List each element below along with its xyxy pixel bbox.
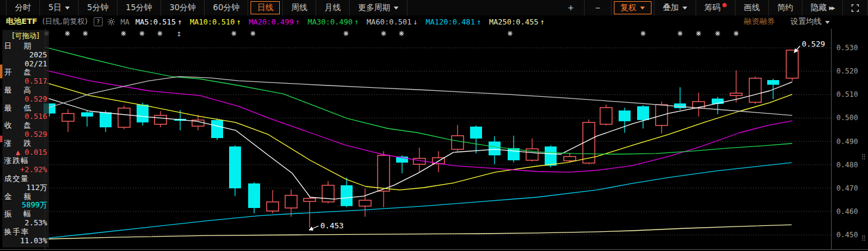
info-row-value: 0.529 [4,95,47,104]
event-updown-arrow-icon: ↕ [176,30,181,38]
period-tab-label: 更多周期 [358,2,390,13]
event-asterisk-icon [381,31,386,36]
adjust-mode-button[interactable]: 复权 [611,0,654,16]
trading-app-window: { "toolbar": { "periods": [ {"label":"分时… [0,0,868,251]
price-axis-label: 0.480 [836,161,858,169]
annotation-arrow [309,226,319,230]
draw-line-button[interactable]: 画线 [736,0,769,16]
event-asterisk-icon [641,31,645,36]
period-tab-label: 15分钟 [126,2,152,13]
tool-label: 筹码 [705,2,721,13]
zoom-out-button[interactable]: － [585,0,611,16]
period-tab-2[interactable]: 5分钟 [79,0,118,16]
info-row-label: 成交量 [4,175,47,183]
period-tab-label: 日线 [257,2,273,13]
candle-body-up [62,114,74,121]
event-asterisk-icon [344,31,348,36]
info-rows: 日期202502/21开盘0.517最高0.529最低0.516收盘0.529涨… [4,42,47,245]
info-row-value: 5899万 [4,201,47,210]
ma-settings-link[interactable]: 设置均线 [790,16,830,27]
chevron-down-icon [65,7,70,12]
info-row-value: +2.92% [4,166,47,175]
candle [211,118,223,140]
axis-drag-handle[interactable] [862,235,865,241]
help-icon[interactable]: ? [94,17,103,26]
candle-body-up [322,185,334,202]
chevron-down-icon [640,7,645,12]
period-tab-0[interactable]: 分时 [7,0,40,16]
ma-legend-item: MA250:0.455↑ [489,17,545,26]
tool-label: 复权 [620,2,637,13]
chart-mode-label: (日线,前复权) [42,17,88,27]
info-row: 涨跌幅+2.92% [4,157,47,175]
candle [526,139,538,161]
price-annotation: 0.453 [309,221,344,230]
trend-arrow-icon: ↑ [477,17,481,26]
drag-hint-label: [可拖动] [4,31,47,41]
draggable-info-panel[interactable]: [可拖动] 日期202502/21开盘0.517最高0.529最低0.516收盘… [2,30,49,247]
candle [341,177,353,207]
event-asterisk-icon [508,31,512,36]
candle-body-up [118,108,130,127]
red-dot-badge [722,3,727,7]
period-tab-label: 分时 [15,2,31,13]
overlay-button[interactable]: 叠加 [654,0,696,16]
price-axis-label: 0.510 [836,90,858,99]
chevron-down-icon [394,7,399,12]
hide-button[interactable]: 隐藏▶▶ [802,0,843,16]
info-row-value: ▲ 0.015 [4,148,47,157]
trend-arrow-icon: ↑ [354,17,359,26]
event-asterisk-icon [65,31,70,36]
candle-body-down [137,105,149,123]
simple-mode-button[interactable]: 简约 [769,0,802,16]
ma-legend-item: MA5:0.515↑ [135,17,182,26]
event-markers-layer: ↕ [44,30,739,38]
info-row-label: 收盘 [4,121,47,130]
info-row: 最高0.529 [4,86,47,104]
settings-gear-icon[interactable] [107,18,115,26]
candle [378,151,390,207]
tool-label: 简约 [777,2,793,13]
candle [712,97,724,114]
period-tab-4[interactable]: 30分钟 [161,0,205,16]
period-tab-9[interactable]: 更多周期 [350,0,407,16]
candle [359,188,371,217]
chip-distribution-button[interactable]: 筹码 [696,0,736,16]
period-tab-5[interactable]: 60分钟 [205,0,248,16]
candle-body-down [211,120,223,138]
period-tab-8[interactable]: 月线 [316,0,350,16]
info-row: 换手率11.03% [4,228,47,246]
event-asterisk-icon [399,31,404,36]
zoom-in-button[interactable]: ＋ [558,0,585,16]
axis-drag-handle[interactable] [862,154,865,160]
candle [489,136,501,164]
candle [248,182,260,213]
fullscreen-button[interactable] [843,0,868,16]
candle [452,125,464,151]
candle-body-up [378,155,390,191]
chevron-down-icon [682,7,687,12]
period-tab-6[interactable]: 日线 [248,0,283,16]
price-axis: 0.5300.5200.5100.5000.4900.4800.4700.460… [836,44,858,239]
candle [285,189,297,217]
candle [656,102,668,133]
tool-label: － [593,2,603,14]
candle-body-up [359,200,371,206]
margin-trading-link[interactable]: 融资融券 [744,16,775,27]
candle-body-down [619,111,631,121]
info-row: 成交量112万 [4,175,47,192]
period-tab-3[interactable]: 15分钟 [118,0,161,16]
period-tab-7[interactable]: 周线 [283,0,316,16]
info-row-value: 0.517 [4,77,47,86]
info-row-value: 0.516 [4,112,47,121]
candles-layer [44,50,798,228]
edge-handles[interactable] [862,154,865,241]
period-tab-1[interactable]: 5日 [40,0,79,16]
candlestick-chart[interactable]: ↕ 0.5290.453 0.5300.5200.5100.5000.4900.… [0,0,868,251]
event-asterisk-icon [121,31,126,36]
tool-label: 隐藏 [811,2,827,13]
period-tab-label: 5分钟 [87,2,109,13]
tool-label: 画线 [744,2,760,13]
info-row-label: 日期 [4,42,47,51]
candle [619,108,631,133]
